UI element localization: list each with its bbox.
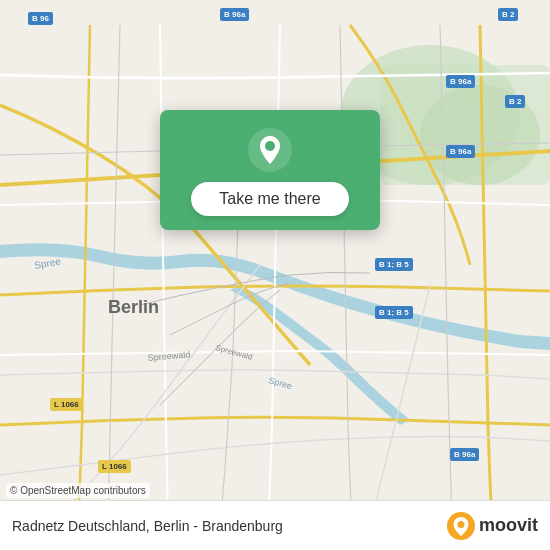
popup-card: Take me there xyxy=(160,110,380,230)
svg-point-10 xyxy=(265,141,275,151)
map-attribution: © OpenStreetMap contributors xyxy=(6,483,150,498)
road-badge-b96a-right-mid: B 96a xyxy=(446,145,475,158)
take-me-there-button[interactable]: Take me there xyxy=(191,182,348,216)
road-badge-b96a-right-top: B 96a xyxy=(446,75,475,88)
road-badge-l1066-2: L 1066 xyxy=(98,460,131,473)
bottom-bar: Radnetz Deutschland, Berlin - Brandenbur… xyxy=(0,500,550,550)
road-badge-b2-top: B 2 xyxy=(498,8,518,21)
road-badge-b96a-bottom: B 96a xyxy=(450,448,479,461)
svg-point-12 xyxy=(457,521,464,528)
moovit-logo-text: moovit xyxy=(479,515,538,536)
moovit-logo: moovit xyxy=(447,512,538,540)
moovit-logo-icon xyxy=(447,512,475,540)
road-badge-b96-top: B 96 xyxy=(28,12,53,25)
svg-text:Berlin: Berlin xyxy=(108,297,159,317)
map-title: Radnetz Deutschland, Berlin - Brandenbur… xyxy=(12,518,283,534)
road-badge-b2-right: B 2 xyxy=(505,95,525,108)
road-badge-b96a-top: B 96a xyxy=(220,8,249,21)
road-badge-l1066-1: L 1066 xyxy=(50,398,83,411)
map-container: Berlin Spree Spree Spreewald Spreewald B… xyxy=(0,0,550,550)
road-badge-b1b5-1: B 1; B 5 xyxy=(375,258,413,271)
location-pin-icon xyxy=(248,128,292,172)
road-badge-b1b5-2: B 1; B 5 xyxy=(375,306,413,319)
